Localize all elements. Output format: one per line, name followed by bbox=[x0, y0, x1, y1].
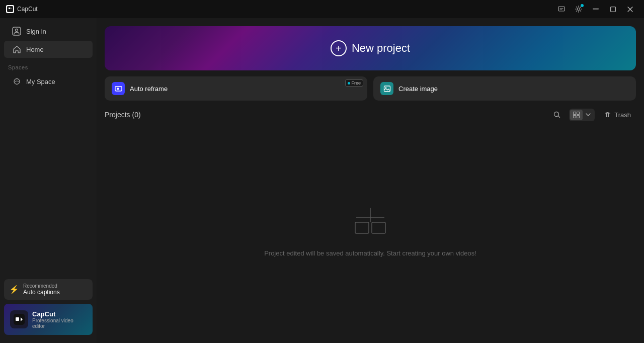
chevron-down-button[interactable] bbox=[583, 111, 594, 119]
empty-state: Project edited will be saved automatical… bbox=[105, 129, 636, 335]
view-toggle bbox=[569, 109, 595, 121]
svg-rect-3 bbox=[593, 9, 599, 10]
auto-reframe-icon bbox=[112, 82, 125, 95]
free-badge-text: Free bbox=[351, 80, 361, 85]
feedback-button[interactable] bbox=[553, 2, 570, 16]
app-body: Sign in Home Spaces My Space ⚡ bbox=[0, 18, 644, 343]
sign-in-item[interactable]: Sign in bbox=[4, 23, 93, 40]
titlebar-icons bbox=[553, 2, 638, 16]
projects-controls: Trash bbox=[549, 107, 636, 123]
svg-rect-10 bbox=[117, 88, 119, 90]
new-project-inner: + New project bbox=[331, 40, 410, 56]
titlebar: CapCut bbox=[0, 0, 644, 18]
grid-view-button[interactable] bbox=[570, 110, 583, 120]
empty-message: Project edited will be saved automatical… bbox=[264, 249, 476, 257]
svg-rect-8 bbox=[16, 317, 19, 321]
auto-reframe-card[interactable]: Auto reframe Free bbox=[105, 76, 367, 101]
my-space-item[interactable]: My Space bbox=[4, 73, 93, 90]
svg-rect-15 bbox=[577, 112, 580, 114]
sign-in-icon bbox=[12, 27, 21, 36]
titlebar-left: CapCut bbox=[6, 5, 38, 13]
sign-in-label: Sign in bbox=[26, 28, 46, 35]
promo-logo-icon bbox=[10, 310, 28, 328]
projects-header: Projects (0) bbox=[105, 107, 636, 123]
new-project-banner[interactable]: + New project bbox=[105, 26, 636, 70]
svg-point-12 bbox=[385, 87, 386, 88]
plus-icon: + bbox=[331, 40, 347, 56]
recommended-label: Recommended bbox=[23, 283, 60, 289]
svg-rect-17 bbox=[577, 115, 580, 118]
auto-captions-label: Auto captions bbox=[23, 289, 60, 296]
trash-button[interactable]: Trash bbox=[599, 108, 636, 122]
create-image-label: Create image bbox=[398, 85, 438, 93]
spaces-section: Spaces bbox=[0, 58, 97, 72]
home-icon bbox=[12, 45, 21, 54]
svg-rect-16 bbox=[574, 115, 576, 118]
svg-rect-14 bbox=[574, 112, 576, 114]
sidebar-bottom: ⚡ Recommended Auto captions CapCut Prof bbox=[0, 275, 97, 339]
my-space-label: My Space bbox=[26, 78, 55, 85]
promo-subtitle: Professional video editor bbox=[32, 318, 87, 329]
recommended-captions-item[interactable]: ⚡ Recommended Auto captions bbox=[4, 279, 93, 300]
svg-rect-21 bbox=[372, 222, 385, 233]
projects-title: Projects bbox=[105, 111, 130, 119]
my-space-icon bbox=[12, 77, 21, 86]
maximize-button[interactable] bbox=[605, 2, 621, 16]
svg-rect-11 bbox=[384, 86, 390, 92]
rec-text-group: Recommended Auto captions bbox=[23, 283, 60, 296]
promo-title: CapCut bbox=[32, 310, 87, 318]
lightning-icon: ⚡ bbox=[9, 285, 19, 294]
auto-reframe-label: Auto reframe bbox=[130, 85, 168, 93]
projects-section: Projects (0) bbox=[105, 107, 636, 335]
projects-count: (0) bbox=[132, 111, 141, 119]
sidebar: Sign in Home Spaces My Space ⚡ bbox=[0, 18, 97, 343]
new-project-label: New project bbox=[352, 42, 410, 55]
svg-rect-20 bbox=[355, 222, 369, 233]
create-image-card[interactable]: Create image bbox=[373, 76, 636, 101]
main-content: + New project Auto reframe Free bbox=[97, 18, 644, 343]
promo-texts: CapCut Professional video editor bbox=[32, 310, 87, 329]
minimize-button[interactable] bbox=[588, 2, 604, 16]
notification-dot bbox=[581, 4, 584, 7]
free-badge-dot bbox=[348, 82, 350, 84]
settings-button[interactable] bbox=[571, 2, 587, 16]
empty-state-icon bbox=[345, 207, 395, 242]
svg-point-6 bbox=[16, 29, 18, 32]
action-cards: Auto reframe Free Create image bbox=[105, 76, 636, 101]
home-label: Home bbox=[26, 46, 44, 53]
search-button[interactable] bbox=[549, 107, 565, 123]
svg-rect-4 bbox=[610, 7, 615, 12]
trash-label: Trash bbox=[614, 111, 631, 119]
app-logo bbox=[6, 5, 14, 13]
create-image-icon bbox=[380, 82, 393, 95]
svg-point-2 bbox=[578, 8, 580, 11]
home-item[interactable]: Home bbox=[4, 41, 93, 58]
projects-title-group: Projects (0) bbox=[105, 111, 141, 119]
close-button[interactable] bbox=[622, 2, 638, 16]
free-badge: Free bbox=[345, 79, 363, 87]
capcut-promo-banner[interactable]: CapCut Professional video editor bbox=[4, 304, 93, 335]
app-name: CapCut bbox=[17, 6, 38, 13]
